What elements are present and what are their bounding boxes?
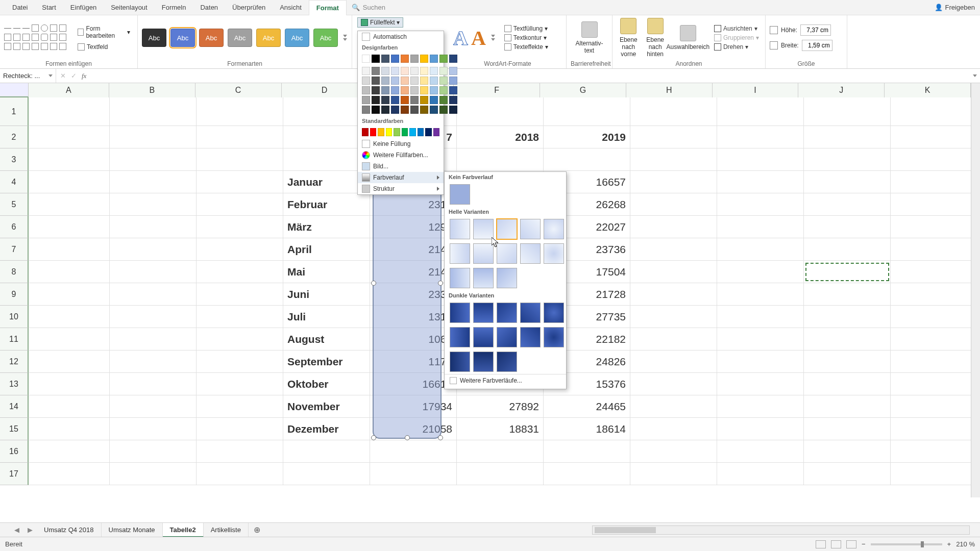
cell[interactable] bbox=[197, 440, 283, 463]
color-swatch[interactable] bbox=[410, 77, 419, 85]
color-swatch[interactable] bbox=[391, 55, 399, 63]
cell[interactable] bbox=[891, 395, 977, 418]
cell[interactable] bbox=[197, 148, 283, 171]
text-fill-dropdown[interactable]: Textfüllung▾ bbox=[502, 24, 550, 33]
row-header[interactable]: 16 bbox=[0, 440, 29, 463]
cell[interactable] bbox=[717, 97, 804, 126]
cell[interactable] bbox=[891, 216, 977, 238]
row-header[interactable]: 7 bbox=[0, 238, 29, 261]
cell[interactable] bbox=[370, 463, 457, 485]
row-header[interactable]: 6 bbox=[0, 216, 29, 238]
fill-automatic[interactable]: Automatisch bbox=[358, 31, 444, 42]
shape-style-preset[interactable]: Abc bbox=[285, 29, 309, 47]
row-header[interactable]: 9 bbox=[0, 283, 29, 306]
column-header[interactable]: J bbox=[798, 83, 885, 97]
fill-gradient-submenu[interactable]: Farbverlauf bbox=[358, 172, 444, 183]
tab-home[interactable]: Start bbox=[35, 0, 63, 15]
color-swatch[interactable] bbox=[372, 77, 380, 85]
shape-style-preset[interactable]: Abc bbox=[170, 29, 195, 47]
cell[interactable] bbox=[717, 395, 804, 418]
zoom-slider[interactable] bbox=[871, 543, 942, 545]
height-input[interactable] bbox=[800, 24, 831, 36]
color-swatch[interactable] bbox=[409, 128, 416, 136]
cell[interactable]: 27892 bbox=[457, 395, 544, 418]
cell[interactable] bbox=[197, 418, 283, 440]
cell[interactable]: 24465 bbox=[544, 395, 630, 418]
cell[interactable] bbox=[717, 463, 804, 485]
gradient-preset[interactable] bbox=[544, 219, 564, 239]
gradient-dark-row2[interactable] bbox=[445, 325, 566, 349]
column-header[interactable]: G bbox=[540, 83, 626, 97]
column-header[interactable]: I bbox=[713, 83, 799, 97]
cell[interactable]: August bbox=[283, 328, 370, 350]
resize-handle[interactable] bbox=[371, 281, 376, 286]
cell[interactable] bbox=[804, 418, 891, 440]
cell[interactable] bbox=[110, 238, 197, 261]
shape-style-preset[interactable]: Abc bbox=[256, 29, 281, 47]
cell[interactable] bbox=[630, 306, 717, 328]
cell[interactable] bbox=[804, 216, 891, 238]
more-gradients[interactable]: Weitere Farbverläufe... bbox=[445, 374, 566, 387]
gradient-preset[interactable] bbox=[473, 327, 494, 347]
cell[interactable]: April bbox=[283, 238, 370, 261]
cell[interactable] bbox=[29, 193, 110, 216]
color-swatch[interactable] bbox=[394, 128, 400, 136]
name-box[interactable]: Rechteck: ... bbox=[0, 69, 56, 83]
color-swatch[interactable] bbox=[391, 96, 399, 104]
cell[interactable] bbox=[110, 283, 197, 306]
cell[interactable] bbox=[29, 395, 110, 418]
color-swatch[interactable] bbox=[420, 67, 428, 75]
cell[interactable] bbox=[804, 373, 891, 395]
color-swatch[interactable] bbox=[372, 67, 380, 75]
share-button[interactable]: 👤 Freigeben bbox=[935, 4, 975, 11]
cell[interactable] bbox=[197, 350, 283, 373]
color-swatch[interactable] bbox=[449, 96, 457, 104]
color-swatch[interactable] bbox=[401, 86, 409, 94]
cell[interactable] bbox=[29, 261, 110, 283]
color-swatch[interactable] bbox=[430, 77, 438, 85]
color-swatch[interactable] bbox=[401, 55, 409, 63]
gradient-preset[interactable] bbox=[497, 327, 517, 347]
fill-picture[interactable]: Bild... bbox=[358, 161, 444, 172]
gradient-preset[interactable] bbox=[473, 352, 494, 372]
row-header[interactable]: 8 bbox=[0, 261, 29, 283]
color-swatch[interactable] bbox=[410, 67, 419, 75]
cell[interactable] bbox=[29, 216, 110, 238]
cell[interactable]: 18614 bbox=[544, 418, 630, 440]
theme-color-tints[interactable] bbox=[358, 65, 444, 116]
accept-formula-icon[interactable]: ✓ bbox=[71, 72, 77, 80]
color-swatch[interactable] bbox=[439, 67, 448, 75]
tab-review[interactable]: Überprüfen bbox=[225, 0, 273, 15]
color-swatch[interactable] bbox=[449, 55, 457, 63]
tab-file[interactable]: Datei bbox=[5, 0, 35, 15]
cell[interactable] bbox=[717, 171, 804, 193]
cell[interactable] bbox=[29, 238, 110, 261]
row-headers[interactable]: 1234567891011121314151617 bbox=[0, 97, 29, 485]
cell[interactable] bbox=[29, 463, 110, 485]
cell[interactable] bbox=[197, 126, 283, 148]
cell[interactable] bbox=[110, 97, 197, 126]
cell[interactable] bbox=[283, 463, 370, 485]
gradient-preset[interactable] bbox=[520, 327, 541, 347]
sheet-tab[interactable]: Umsatz Q4 2018 bbox=[37, 523, 102, 537]
cancel-formula-icon[interactable]: ✕ bbox=[60, 72, 66, 80]
color-swatch[interactable] bbox=[401, 67, 409, 75]
cell[interactable] bbox=[110, 440, 197, 463]
cell[interactable] bbox=[717, 373, 804, 395]
color-swatch[interactable] bbox=[439, 86, 448, 94]
tell-me-search[interactable]: 🔍 Suchen bbox=[352, 4, 385, 11]
color-swatch[interactable] bbox=[391, 86, 399, 94]
cell[interactable] bbox=[29, 148, 110, 171]
cell[interactable]: September bbox=[283, 350, 370, 373]
cell[interactable] bbox=[544, 463, 630, 485]
cell[interactable] bbox=[29, 283, 110, 306]
textbox-button[interactable]: Textfeld bbox=[75, 42, 133, 52]
cell[interactable] bbox=[891, 171, 977, 193]
gradient-preset[interactable] bbox=[497, 352, 517, 372]
gradient-preset[interactable] bbox=[473, 243, 494, 264]
shape-fill-dropdown[interactable]: Fülleffekt▾ bbox=[357, 17, 403, 28]
color-swatch[interactable] bbox=[372, 86, 380, 94]
color-swatch[interactable] bbox=[381, 96, 389, 104]
gradient-preset[interactable] bbox=[497, 219, 517, 239]
cell[interactable] bbox=[804, 328, 891, 350]
